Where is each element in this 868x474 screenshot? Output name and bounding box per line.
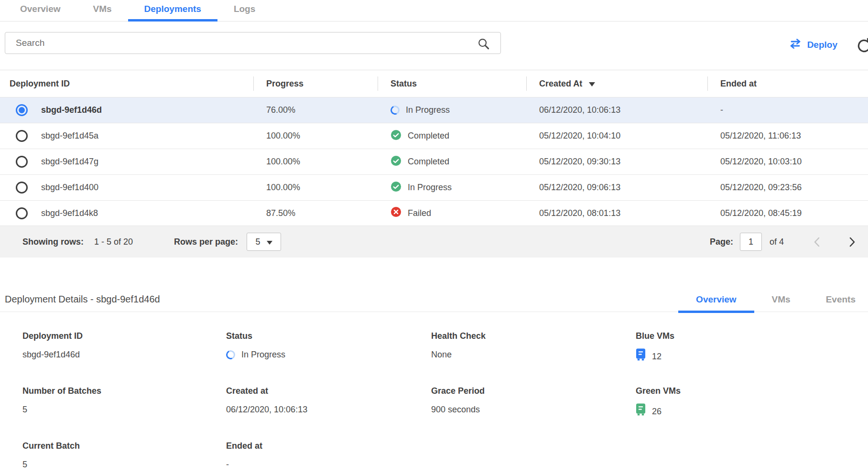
row-radio[interactable] [16, 156, 28, 168]
page-total: of 4 [770, 237, 784, 247]
column-header-created-at[interactable]: Created At [526, 70, 707, 97]
row-radio[interactable] [16, 130, 28, 142]
green-vm-icon [636, 403, 646, 419]
column-header-status[interactable]: Status [378, 70, 526, 97]
field-status: Status In Progress [226, 331, 431, 364]
status-cell: In Progress [406, 105, 450, 115]
page-label: Page: [710, 237, 733, 247]
completed-check-icon [391, 129, 401, 143]
status-cell: Completed [408, 131, 449, 141]
deployment-id-cell: sbgd-9ef1d47g [41, 157, 98, 167]
created-at-cell: 05/12/2020, 08:01:13 [526, 208, 707, 218]
rows-per-page-select[interactable]: 5 [247, 233, 281, 251]
table-row[interactable]: sbgd-9ef1d4k8 87.50% Failed 05/12/2020, … [0, 200, 868, 226]
column-header-deployment-id[interactable]: Deployment ID [0, 70, 253, 97]
field-ended-at: Ended at - [226, 441, 431, 471]
progress-cell: 100.00% [253, 157, 378, 167]
row-radio[interactable] [16, 182, 28, 194]
details-title: Deployment Details - sbgd-9ef1d46d [5, 294, 160, 305]
status-cell: In Progress [408, 183, 452, 193]
toolbar: Deploy [0, 22, 868, 70]
refresh-icon[interactable] [856, 38, 868, 56]
deployment-id-cell: sbgd-9ef1d45a [41, 131, 98, 141]
rows-per-page-label: Rows per page: [174, 237, 238, 247]
details-tab-overview[interactable]: Overview [678, 294, 754, 313]
progress-cell: 100.00% [253, 183, 378, 193]
status-cell: Completed [408, 157, 449, 167]
next-page-chevron-icon[interactable] [849, 237, 856, 247]
blue-vm-icon [636, 348, 646, 364]
tab-logs[interactable]: Logs [217, 4, 271, 22]
completed-check-icon [391, 181, 401, 194]
table-paginator: Showing rows: 1 - 5 of 20 Rows per page:… [0, 226, 868, 258]
ended-at-cell: 05/12/2020, 11:06:13 [707, 131, 868, 141]
tab-overview[interactable]: Overview [4, 4, 77, 22]
ended-at-cell: 05/12/2020, 10:03:10 [707, 157, 868, 167]
swap-arrows-icon [789, 39, 802, 51]
search-icon[interactable] [477, 37, 490, 52]
sort-desc-icon [589, 79, 595, 89]
in-progress-spinner-icon [389, 104, 401, 116]
deploy-button-label: Deploy [807, 40, 837, 50]
deploy-button[interactable]: Deploy [789, 39, 837, 51]
in-progress-spinner-icon [225, 349, 236, 360]
progress-cell: 76.00% [253, 105, 378, 115]
showing-rows-value: 1 - 5 of 20 [94, 237, 133, 247]
deployment-id-cell: sbgd-9ef1d46d [41, 105, 102, 115]
field-current-batch: Current Batch 5 [22, 441, 226, 471]
created-at-cell: 05/12/2020, 09:06:13 [526, 183, 707, 193]
details-grid: Deployment ID sbgd-9ef1d46d Status In Pr… [22, 331, 868, 471]
row-radio-selected[interactable] [16, 104, 28, 116]
progress-cell: 100.00% [253, 131, 378, 141]
column-header-ended-at[interactable]: Ended at [707, 70, 868, 97]
table-row[interactable]: sbgd-9ef1d46d 76.00% In Progress 06/12/2… [0, 97, 868, 123]
field-deployment-id: Deployment ID sbgd-9ef1d46d [22, 331, 226, 364]
created-at-cell: 05/12/2020, 10:04:10 [526, 131, 707, 141]
field-number-of-batches: Number of Batches 5 [22, 386, 226, 419]
row-radio[interactable] [16, 207, 28, 219]
progress-cell: 87.50% [253, 208, 378, 218]
status-cell: Failed [408, 208, 431, 218]
field-grace-period: Grace Period 900 seconds [431, 386, 636, 419]
field-health-check: Health Check None [431, 331, 636, 364]
ended-at-cell: 05/12/2020, 08:45:19 [707, 208, 868, 218]
previous-page-chevron-icon[interactable] [814, 237, 820, 247]
ended-at-cell: 05/12/2020, 09:23:56 [707, 183, 868, 193]
details-tabbar: Overview VMs Events [678, 294, 868, 313]
table-header-row: Deployment ID Progress Status Created At… [0, 70, 868, 97]
field-blue-vms: Blue VMs 12 [636, 331, 868, 364]
search-input[interactable] [5, 32, 501, 54]
created-at-cell: 05/12/2020, 09:30:13 [526, 157, 707, 167]
details-tab-events[interactable]: Events [808, 294, 868, 313]
deployment-id-cell: sbgd-9ef1d4k8 [41, 208, 98, 218]
field-green-vms: Green VMs 26 [636, 386, 868, 419]
table-row[interactable]: sbgd-9ef1d47g 100.00% Completed 05/12/20… [0, 149, 868, 174]
chevron-down-icon [267, 237, 272, 247]
details-tab-vms[interactable]: VMs [754, 294, 808, 313]
main-tabbar: Overview VMs Deployments Logs [0, 0, 868, 22]
details-header: Deployment Details - sbgd-9ef1d46d Overv… [0, 287, 868, 312]
table-row[interactable]: sbgd-9ef1d400 100.00% In Progress 05/12/… [0, 174, 868, 200]
ended-at-cell: - [707, 105, 868, 115]
deployments-table: Deployment ID Progress Status Created At… [0, 70, 868, 226]
failed-x-icon [391, 206, 401, 220]
column-header-progress[interactable]: Progress [253, 70, 378, 97]
deployment-id-cell: sbgd-9ef1d400 [41, 183, 98, 193]
field-created-at: Created at 06/12/2020, 10:06:13 [226, 386, 431, 419]
tab-vms[interactable]: VMs [77, 4, 128, 22]
page-number-input[interactable] [740, 233, 762, 251]
table-row[interactable]: sbgd-9ef1d45a 100.00% Completed 05/12/20… [0, 123, 868, 149]
tab-deployments[interactable]: Deployments [128, 4, 217, 22]
showing-rows-label: Showing rows: [22, 237, 84, 247]
created-at-cell: 06/12/2020, 10:06:13 [526, 105, 707, 115]
completed-check-icon [391, 155, 401, 169]
